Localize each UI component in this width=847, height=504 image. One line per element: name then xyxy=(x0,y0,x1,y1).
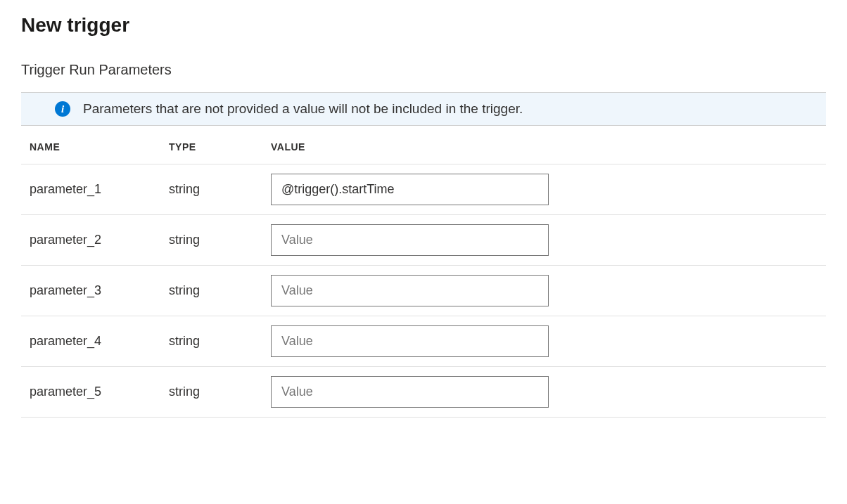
param-type: string xyxy=(169,182,271,197)
param-name: parameter_4 xyxy=(30,334,169,349)
table-row: parameter_1 string xyxy=(21,164,826,215)
info-banner: i Parameters that are not provided a val… xyxy=(21,92,826,126)
info-icon: i xyxy=(55,101,70,117)
table-row: parameter_5 string xyxy=(21,367,826,418)
param-type: string xyxy=(169,385,271,399)
param-name: parameter_1 xyxy=(30,182,169,197)
table-row: parameter_4 string xyxy=(21,316,826,367)
param-name: parameter_2 xyxy=(30,233,169,247)
page-title: New trigger xyxy=(21,14,826,37)
column-header-type: TYPE xyxy=(169,141,271,153)
param-type: string xyxy=(169,283,271,298)
column-header-value: VALUE xyxy=(271,141,826,153)
param-value-input[interactable] xyxy=(271,174,549,205)
param-type: string xyxy=(169,334,271,349)
column-header-name: NAME xyxy=(30,141,169,153)
param-name: parameter_5 xyxy=(30,385,169,399)
section-title: Trigger Run Parameters xyxy=(21,62,826,78)
table-row: parameter_3 string xyxy=(21,266,826,316)
param-value-input[interactable] xyxy=(271,376,549,408)
param-type: string xyxy=(169,233,271,247)
param-value-input[interactable] xyxy=(271,224,549,256)
table-row: parameter_2 string xyxy=(21,215,826,266)
param-name: parameter_3 xyxy=(30,283,169,298)
table-header: NAME TYPE VALUE xyxy=(21,126,826,164)
param-value-input[interactable] xyxy=(271,325,549,357)
param-value-input[interactable] xyxy=(271,275,549,306)
info-banner-text: Parameters that are not provided a value… xyxy=(83,101,523,117)
parameters-table: NAME TYPE VALUE parameter_1 string param… xyxy=(21,126,826,418)
